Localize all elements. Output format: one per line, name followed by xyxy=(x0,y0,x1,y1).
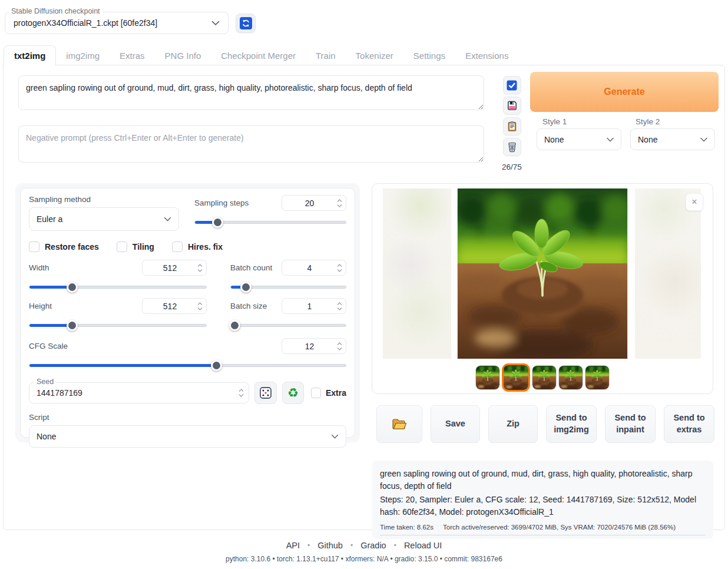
tab-train[interactable]: Train xyxy=(306,46,346,65)
seed-input[interactable]: Seed 1441787169 xyxy=(29,382,249,403)
script-label: Script xyxy=(29,413,346,422)
image-preview: × xyxy=(372,184,713,360)
batch-size-label: Batch size xyxy=(230,302,267,310)
tab-txt2img[interactable]: txt2img xyxy=(4,45,56,66)
stepper-arrows[interactable] xyxy=(239,388,244,398)
sampling-steps-slider[interactable] xyxy=(194,217,346,227)
style2-label: Style 2 xyxy=(636,117,660,126)
tab-checkpoint-merger[interactable]: Checkpoint Merger xyxy=(211,46,306,65)
batch-count-slider[interactable] xyxy=(230,282,346,292)
separator-dot: • xyxy=(350,541,353,550)
output-prompt-text: green sapling rowing out of ground, mud,… xyxy=(380,468,705,492)
width-input[interactable]: 512 xyxy=(142,260,207,276)
output-gallery: × xyxy=(372,183,713,394)
separator-dot: • xyxy=(307,541,310,550)
checkpoint-value: protogenX34OfficialR_1.ckpt [60fe2f34] xyxy=(14,18,211,28)
height-label: Height xyxy=(29,302,52,310)
stepper-arrows[interactable] xyxy=(337,302,342,311)
sampling-steps-label: Sampling steps xyxy=(194,199,249,207)
trash-icon xyxy=(507,141,518,153)
chevron-down-icon xyxy=(607,137,614,142)
sampling-steps-input[interactable]: 20 xyxy=(282,195,346,211)
cfg-scale-input[interactable]: 12 xyxy=(282,338,346,354)
clear-prompt-button[interactable] xyxy=(503,138,521,156)
open-folder-button[interactable] xyxy=(376,405,422,443)
tiling-checkbox[interactable]: Tiling xyxy=(117,242,154,252)
generation-settings: Sampling method Euler a Sampling steps 2… xyxy=(15,183,360,442)
style1-select[interactable]: None xyxy=(537,128,621,150)
output-params-text: Steps: 20, Sampler: Euler a, CFG scale: … xyxy=(380,494,705,518)
preview-backdrop-left xyxy=(383,188,451,359)
thumbnail-2[interactable] xyxy=(502,363,530,392)
stepper-arrows[interactable] xyxy=(337,342,342,351)
sampling-method-select[interactable]: Euler a xyxy=(29,207,179,231)
tab-png-info[interactable]: PNG Info xyxy=(155,46,211,65)
random-seed-button[interactable] xyxy=(254,382,276,404)
tab-tokenizer[interactable]: Tokenizer xyxy=(346,46,403,65)
batch-size-slider[interactable] xyxy=(230,320,346,330)
checkbox-icon xyxy=(29,242,39,252)
footer-link-gradio[interactable]: Gradio xyxy=(360,541,386,550)
save-button[interactable]: Save xyxy=(431,405,480,443)
footer-link-github[interactable]: Github xyxy=(317,541,343,550)
generated-image[interactable] xyxy=(458,188,628,359)
batch-count-label: Batch count xyxy=(230,263,272,272)
token-counter: 26/75 xyxy=(502,163,522,171)
width-label: Width xyxy=(29,263,49,272)
restore-faces-checkbox[interactable]: Restore faces xyxy=(29,242,99,252)
refresh-checkpoints-button[interactable] xyxy=(236,14,256,33)
tab-img2img[interactable]: img2img xyxy=(56,46,110,65)
txt2img-panel: green sapling rowing out of ground, mud,… xyxy=(3,65,725,530)
paste-params-button[interactable] xyxy=(503,76,521,94)
thumbnail-1[interactable] xyxy=(475,365,500,390)
thumbnail-3[interactable] xyxy=(532,365,557,390)
refresh-icon xyxy=(240,17,252,29)
time-taken-text: Time taken: 8.62s xyxy=(380,524,434,531)
height-input[interactable]: 512 xyxy=(142,298,207,314)
batch-count-input[interactable]: 4 xyxy=(282,260,346,276)
script-select[interactable]: None xyxy=(29,425,346,448)
stepper-arrows[interactable] xyxy=(197,302,203,311)
width-slider[interactable] xyxy=(29,282,207,292)
output-actions: Save Zip Send to img2img Send to inpaint… xyxy=(376,405,714,443)
send-to-extras-button[interactable]: Send to extras xyxy=(664,405,714,443)
tab-extensions[interactable]: Extensions xyxy=(455,46,518,65)
cfg-scale-label: CFG Scale xyxy=(29,342,68,350)
extra-seed-checkbox[interactable] xyxy=(311,388,321,398)
batch-size-input[interactable]: 1 xyxy=(282,298,346,314)
main-tabs: txt2img img2img Extras PNG Info Checkpoi… xyxy=(4,46,518,65)
vram-text: Torch active/reserved: 3699/4702 MiB, Sy… xyxy=(443,524,676,531)
send-to-inpaint-button[interactable]: Send to inpaint xyxy=(605,405,656,443)
send-to-img2img-button[interactable]: Send to img2img xyxy=(546,405,597,443)
footer-link-api[interactable]: API xyxy=(286,541,300,550)
prompt-tools: 26/75 xyxy=(501,76,522,171)
footer-link-reload-ui[interactable]: Reload UI xyxy=(404,541,442,550)
zip-button[interactable]: Zip xyxy=(488,405,538,443)
recycle-icon: ♻ xyxy=(287,387,299,399)
reuse-seed-button[interactable]: ♻ xyxy=(282,382,304,404)
thumbnail-4[interactable] xyxy=(558,365,583,390)
stepper-arrows[interactable] xyxy=(337,263,342,273)
chevron-down-icon xyxy=(700,137,707,142)
tab-extras[interactable]: Extras xyxy=(110,46,155,65)
thumbnail-5[interactable] xyxy=(585,365,610,390)
chevron-down-icon xyxy=(211,21,220,26)
stepper-arrows[interactable] xyxy=(337,199,342,208)
hires-fix-checkbox[interactable]: Hires. fix xyxy=(172,242,223,252)
preview-backdrop-right xyxy=(635,188,701,359)
separator-dot: • xyxy=(394,541,396,550)
stepper-arrows[interactable] xyxy=(197,263,203,273)
cfg-scale-slider[interactable] xyxy=(29,360,346,370)
tab-settings[interactable]: Settings xyxy=(403,46,455,65)
height-slider[interactable] xyxy=(29,320,207,330)
dice-icon xyxy=(259,386,272,399)
style2-select[interactable]: None xyxy=(630,128,715,150)
chevron-down-icon xyxy=(164,217,171,221)
generate-button[interactable]: Generate xyxy=(530,72,719,112)
apply-style-button[interactable] xyxy=(503,117,521,135)
save-style-button[interactable] xyxy=(503,97,521,115)
gallery-close-button[interactable]: × xyxy=(686,193,703,211)
prompt-input[interactable]: green sapling rowing out of ground, mud,… xyxy=(18,75,484,110)
checkpoint-select[interactable]: Stable Diffusion checkpoint protogenX34O… xyxy=(5,12,229,34)
negative-prompt-input[interactable] xyxy=(18,125,484,163)
